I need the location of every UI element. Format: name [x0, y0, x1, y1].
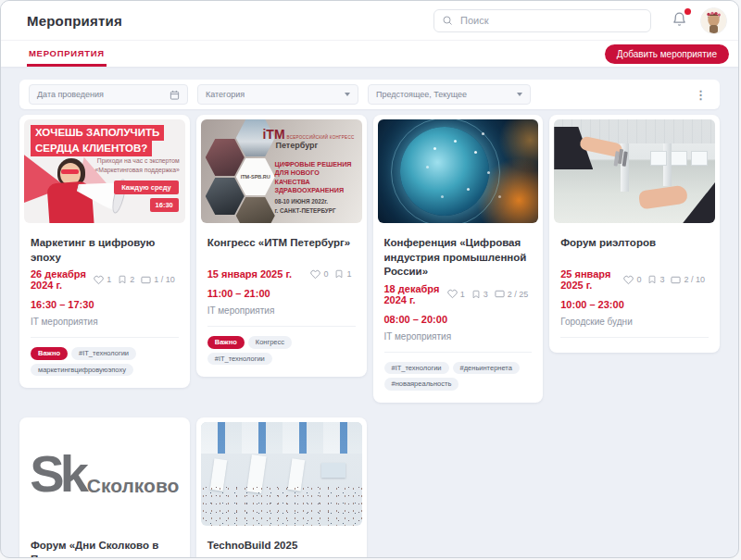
meta-row: 15 января 2025 г. 0 1	[207, 268, 356, 280]
likes-count: 0	[323, 269, 328, 279]
search-input[interactable]	[458, 14, 643, 27]
search-box[interactable]	[433, 9, 651, 32]
banner-date-place: 08-10 ИЮНЯ 2022г. г. САНКТ-ПЕТЕРБУРГ	[275, 197, 355, 216]
event-title: Форум «Дни Сколково в Пермском крае»	[31, 539, 179, 558]
event-card-digital-industry[interactable]: Конференция «Цифровая индустрия промышле…	[373, 115, 544, 403]
tags-row: #IT_технологии #деньинтернета #новаяреал…	[373, 353, 544, 403]
tab-events-label: МЕРОПРИЯТИЯ	[29, 48, 105, 58]
meta-row: 18 декабря 2024 г. 1 3 2 / 25	[384, 283, 533, 305]
banner-site-label: ITM-SPB.RU	[241, 174, 270, 180]
decor-hex-photo	[206, 178, 245, 215]
tag[interactable]: #деньинтернета	[453, 362, 520, 375]
event-banner[interactable]	[378, 119, 539, 223]
event-title: Форум риэлторов	[560, 236, 709, 265]
page-title: Мероприятия	[27, 13, 122, 29]
capacity-icon	[671, 275, 681, 285]
decor-booths	[201, 422, 362, 454]
decor-person	[61, 169, 79, 174]
decor-booth	[321, 463, 345, 478]
banner-headline-1: ХОЧЕШЬ ЗАПОЛУЧИТЬ	[31, 125, 164, 141]
event-time: 10:00 – 23:00	[560, 299, 709, 310]
event-title: Конгресс «ИТМ Петербург»	[207, 236, 356, 265]
bookmarks-count: 3	[484, 290, 488, 299]
event-card-skolkovo[interactable]: Sk Сколково Форум «Дни Сколково в Пермск…	[19, 417, 190, 558]
itm-logo-congress: ВСЕРОССИЙСКИЙ КОНГРЕСС	[287, 135, 355, 140]
tag[interactable]: #IT_технологии	[71, 347, 136, 360]
bookmarks-count: 1	[346, 269, 351, 279]
likes-count: 1	[107, 275, 111, 284]
event-banner[interactable]	[554, 119, 715, 223]
events-grid: ХОЧЕШЬ ЗАПОЛУЧИТЬ СЕРДЦА КЛИЕНТОВ? Прихо…	[19, 115, 720, 558]
decor-hex-photo	[236, 197, 275, 223]
event-banner[interactable]: Sk Сколково	[24, 422, 185, 526]
skolkovo-logo: Sk	[30, 448, 84, 500]
bookmarks-icon	[647, 275, 657, 284]
capacity-count: 2 / 10	[684, 275, 705, 284]
status-filter-label: Предстоящее, Текущее	[376, 90, 467, 99]
capacity-icon	[495, 289, 505, 299]
banner-city-line: г. САНКТ-ПЕТЕРБУРГ	[275, 206, 355, 216]
bookmarks-icon	[118, 275, 127, 284]
event-banner[interactable]	[201, 422, 362, 526]
event-card-realtors[interactable]: Форум риэлторов 25 января 2025 г. 0 3 2 …	[549, 115, 720, 353]
likes-count: 1	[460, 290, 465, 299]
search-icon	[442, 15, 453, 26]
tab-bar: МЕРОПРИЯТИЯ Добавить мероприятие	[1, 40, 738, 67]
banner-date-line: 08-10 ИЮНЯ 2022г.	[275, 197, 355, 206]
event-card-itm[interactable]: ITM-SPB.RU iTMВСЕРОССИЙСКИЙ КОНГРЕСС Пет…	[196, 115, 367, 377]
tag[interactable]: маркетингвцифровуюэпоху	[31, 364, 133, 377]
event-date: 18 декабря 2024 г.	[384, 283, 447, 305]
filter-bar: Дата проведения Категория Предстоящее, Т…	[19, 80, 720, 109]
event-stats: 1 2 1 / 10	[94, 275, 179, 285]
banner-headline: ЦИФРОВЫЕ РЕШЕНИЯ ДЛЯ НОВОГО КАЧЕСТВА ЗДР…	[275, 160, 355, 194]
decor-sparks	[433, 147, 436, 150]
decor-window	[671, 151, 687, 166]
notifications-button[interactable]	[672, 11, 687, 31]
event-time: 08:00 – 20:00	[384, 314, 533, 325]
itm-logo-text: iTM	[262, 127, 284, 142]
bookmarks-icon	[334, 269, 344, 279]
event-stats: 0 3 2 / 10	[623, 275, 709, 285]
date-filter[interactable]: Дата проведения	[29, 84, 188, 105]
category-filter[interactable]: Категория	[197, 84, 358, 105]
bookmarks-count: 3	[659, 275, 664, 284]
bookmarks-count: 2	[130, 275, 134, 284]
event-time: 16:30 – 17:30	[31, 299, 179, 310]
event-card-marketing[interactable]: ХОЧЕШЬ ЗАПОЛУЧИТЬ СЕРДЦА КЛИЕНТОВ? Прихо…	[19, 115, 190, 388]
skolkovo-logo-text: Сколково	[87, 475, 180, 497]
tags-row: Важно #IT_технологии маркетингвцифровуюэ…	[19, 338, 190, 388]
status-filter[interactable]: Предстоящее, Текущее	[368, 84, 531, 105]
more-options-button[interactable]: ⋮	[691, 89, 710, 101]
event-title: Конференция «Цифровая индустрия промышле…	[384, 236, 533, 280]
banner-site-hex: ITM-SPB.RU	[236, 158, 275, 195]
card-body: Конференция «Цифровая индустрия промышле…	[373, 228, 544, 353]
avatar-illustration	[701, 8, 726, 33]
tags-row	[549, 338, 720, 353]
tag[interactable]: #IT_технологии	[207, 353, 272, 366]
card-body: Форум риэлторов 25 января 2025 г. 0 3 2 …	[549, 228, 720, 338]
decor-ring	[391, 119, 500, 223]
banner-note-line: «Маркетинговая поддержка»	[94, 166, 179, 175]
capacity-count: 1 / 10	[154, 275, 175, 284]
meta-row: 25 января 2025 г. 0 3 2 / 10	[560, 268, 709, 291]
tag[interactable]: #новаяреальность	[384, 378, 459, 391]
card-body: Конгресс «ИТМ Петербург» 15 января 2025 …	[196, 228, 367, 327]
tag-important[interactable]: Важно	[207, 336, 245, 349]
banner-headline-2: СЕРДЦА КЛИЕНТОВ?	[31, 141, 152, 156]
content-area: Дата проведения Категория Предстоящее, Т…	[1, 80, 738, 558]
app-header: Мероприятия	[1, 1, 738, 40]
add-event-button[interactable]: Добавить мероприятие	[605, 44, 729, 64]
likes-icon	[310, 269, 320, 280]
event-date: 15 января 2025 г.	[207, 268, 292, 280]
banner-badge: Каждую среду	[114, 180, 179, 194]
tag[interactable]: Конгресс	[248, 336, 292, 349]
event-banner[interactable]: ХОЧЕШЬ ЗАПОЛУЧИТЬ СЕРДЦА КЛИЕНТОВ? Прихо…	[24, 119, 185, 223]
tag[interactable]: #IT_технологии	[384, 362, 449, 375]
event-title: TechnoBuild 2025	[207, 539, 356, 558]
tab-events[interactable]: МЕРОПРИЯТИЯ	[27, 41, 107, 67]
avatar[interactable]	[700, 7, 727, 34]
tag-important[interactable]: Важно	[31, 347, 68, 360]
likes-count: 0	[636, 275, 641, 284]
event-card-technobuild[interactable]: TechnoBuild 2025 17 февраля 2025 г. 0 0 …	[196, 417, 367, 558]
event-banner[interactable]: ITM-SPB.RU iTMВСЕРОССИЙСКИЙ КОНГРЕСС Пет…	[201, 119, 362, 223]
